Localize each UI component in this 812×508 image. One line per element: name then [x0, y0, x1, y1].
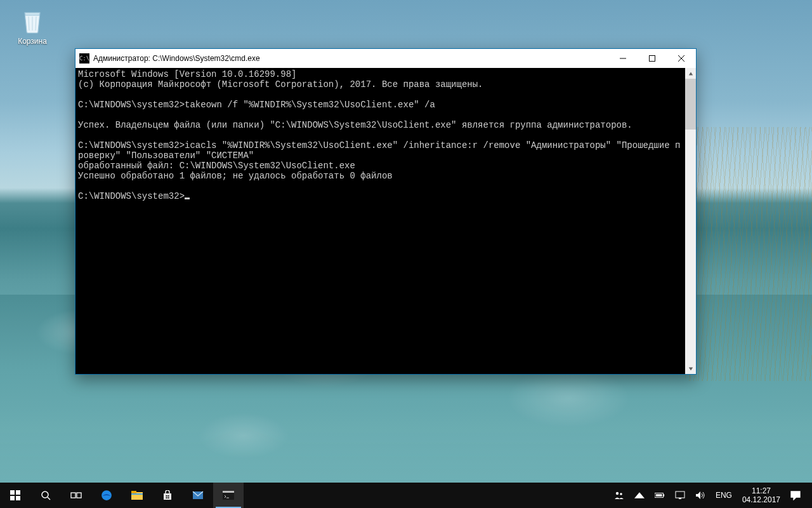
taskbar-app-explorer[interactable] [122, 483, 152, 508]
svg-rect-25 [679, 498, 681, 499]
svg-rect-0 [650, 56, 655, 62]
start-button[interactable] [0, 483, 30, 508]
svg-rect-2 [16, 490, 20, 495]
maximize-button[interactable] [638, 49, 667, 68]
tray-battery-icon[interactable] [650, 490, 670, 500]
system-tray: ENG 11:27 04.12.2017 [609, 483, 812, 508]
svg-rect-22 [663, 494, 664, 497]
desktop-icon-label: Корзина [18, 37, 47, 46]
scroll-thumb[interactable] [685, 79, 696, 130]
tray-people-icon[interactable] [609, 490, 629, 500]
window-title: Администратор: C:\Windows\System32\cmd.e… [93, 54, 260, 63]
svg-rect-15 [168, 497, 169, 498]
taskbar-app-store[interactable] [152, 483, 183, 508]
window-client: Microsoft Windows [Version 10.0.16299.98… [75, 68, 696, 374]
tray-clock[interactable]: 11:27 04.12.2017 [737, 486, 785, 504]
svg-rect-3 [10, 496, 15, 500]
tray-date: 04.12.2017 [742, 495, 780, 504]
svg-point-20 [620, 493, 622, 495]
tray-volume-icon[interactable] [690, 490, 710, 500]
svg-rect-18 [223, 491, 234, 493]
scroll-down-button[interactable] [685, 363, 696, 374]
taskbar-spacer [244, 483, 609, 508]
tray-network-icon[interactable] [670, 490, 690, 500]
tray-action-center-icon[interactable] [785, 490, 806, 500]
desktop-icon-recycle-bin[interactable]: Корзина [9, 6, 56, 46]
scrollbar[interactable] [685, 68, 696, 374]
taskbar: ENG 11:27 04.12.2017 [0, 483, 812, 508]
scroll-up-button[interactable] [685, 68, 696, 79]
task-view-button[interactable] [61, 483, 91, 508]
svg-point-5 [42, 491, 48, 498]
terminal-output[interactable]: Microsoft Windows [Version 10.0.16299.98… [75, 68, 685, 374]
recycle-bin-icon [20, 6, 45, 34]
svg-rect-11 [131, 493, 143, 495]
cmd-icon: C:\ [79, 53, 89, 64]
desktop[interactable]: Корзина C:\ Администратор: C:\Windows\Sy… [0, 0, 812, 508]
taskbar-app-mail[interactable] [183, 483, 213, 508]
wallpaper-reeds [685, 127, 812, 381]
svg-rect-23 [656, 494, 662, 497]
tray-overflow-icon[interactable] [629, 490, 650, 500]
svg-rect-10 [131, 491, 136, 493]
tray-language[interactable]: ENG [710, 491, 737, 500]
svg-point-19 [616, 492, 619, 495]
search-button[interactable] [30, 483, 61, 508]
svg-rect-7 [77, 493, 81, 498]
minimize-button[interactable] [608, 49, 638, 68]
svg-rect-12 [166, 495, 167, 497]
svg-rect-4 [16, 496, 20, 500]
svg-rect-13 [168, 495, 169, 497]
close-button[interactable] [667, 49, 696, 68]
svg-rect-6 [71, 493, 75, 498]
taskbar-app-cmd[interactable] [213, 483, 244, 508]
taskbar-app-edge[interactable] [91, 483, 122, 508]
svg-rect-14 [166, 497, 167, 498]
tray-time: 11:27 [752, 486, 771, 495]
titlebar[interactable]: C:\ Администратор: C:\Windows\System32\c… [75, 49, 696, 68]
svg-rect-1 [10, 490, 15, 495]
cmd-window[interactable]: C:\ Администратор: C:\Windows\System32\c… [75, 48, 697, 375]
svg-rect-24 [676, 491, 684, 498]
